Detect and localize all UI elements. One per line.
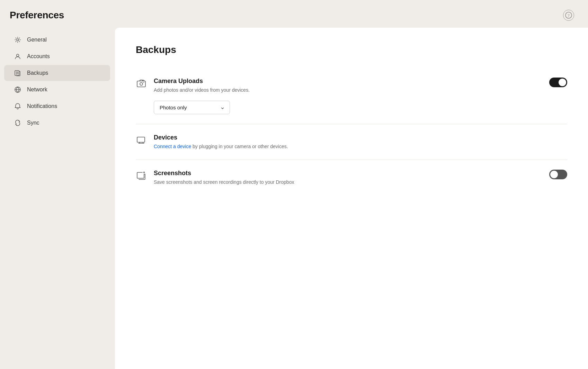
main-layout: General Accounts [0,28,588,369]
backups-icon [14,69,21,77]
sidebar-item-general[interactable]: General [4,32,110,48]
screenshots-toggle-container [549,170,567,179]
notifications-icon [14,102,21,110]
content-title: Backups [136,44,567,55]
gear-icon [14,36,21,44]
sync-icon [14,119,21,127]
devices-left: Devices Connect a device by plugging in … [136,134,567,150]
content-area: Backups [115,28,588,369]
sidebar-item-backups[interactable]: Backups [4,65,110,81]
sidebar-label-accounts: Accounts [27,53,50,60]
sidebar-label-sync: Sync [27,120,39,126]
screenshots-section: Screenshots Save screenshots and screen … [136,160,567,202]
screenshots-content: Screenshots Save screenshots and screen … [154,170,549,193]
camera-uploads-left: Camera Uploads Add photos and/or videos … [136,78,549,114]
svg-rect-8 [137,137,145,142]
screenshots-toggle[interactable] [549,170,567,179]
sidebar-label-general: General [27,37,47,43]
screenshots-description: Save screenshots and screen recordings d… [154,179,549,186]
devices-title: Devices [154,134,567,141]
camera-uploads-toggle[interactable] [549,78,567,87]
app-title: Preferences [10,10,64,21]
sidebar: General Accounts [0,28,114,369]
camera-uploads-content: Camera Uploads Add photos and/or videos … [154,78,549,114]
devices-section: Devices Connect a device by plugging in … [136,124,567,160]
screenshots-row: Screenshots Save screenshots and screen … [136,170,567,193]
sidebar-item-accounts[interactable]: Accounts [4,48,110,64]
sidebar-label-network: Network [27,87,47,93]
svg-point-2 [17,39,19,41]
camera-uploads-row: Camera Uploads Add photos and/or videos … [136,78,567,114]
camera-uploads-title: Camera Uploads [154,78,549,85]
sidebar-item-sync[interactable]: Sync [4,115,110,131]
svg-point-7 [140,83,143,86]
devices-content: Devices Connect a device by plugging in … [154,134,567,150]
sidebar-item-network[interactable]: Network [4,82,110,98]
accounts-icon [14,53,21,60]
screenshots-left: Screenshots Save screenshots and screen … [136,170,549,193]
svg-text:?: ? [568,13,570,18]
help-button[interactable]: ? [563,10,574,21]
camera-uploads-toggle-container [549,78,567,87]
devices-row: Devices Connect a device by plugging in … [136,134,567,150]
svg-rect-6 [137,81,145,87]
sidebar-item-notifications[interactable]: Notifications [4,98,110,114]
camera-uploads-section: Camera Uploads Add photos and/or videos … [136,68,567,124]
app-container: Preferences ? General [0,0,588,369]
network-icon [14,86,21,93]
photos-dropdown[interactable]: Photos only Photos and videos Videos onl… [154,101,230,114]
screenshots-icon [136,170,147,181]
sidebar-label-backups: Backups [27,70,48,76]
svg-point-3 [17,54,19,57]
connect-device-link[interactable]: Connect a device [154,144,191,149]
title-bar: Preferences ? [0,0,588,28]
devices-description: Connect a device by plugging in your cam… [154,143,567,150]
camera-upload-icon [136,78,147,89]
devices-icon [136,135,147,146]
photos-dropdown-container: Photos only Photos and videos Videos onl… [154,101,230,114]
camera-uploads-description: Add photos and/or videos from your devic… [154,87,549,94]
devices-description-suffix: by plugging in your camera or other devi… [193,144,288,149]
sidebar-label-notifications: Notifications [27,103,57,109]
screenshots-title: Screenshots [154,170,549,177]
